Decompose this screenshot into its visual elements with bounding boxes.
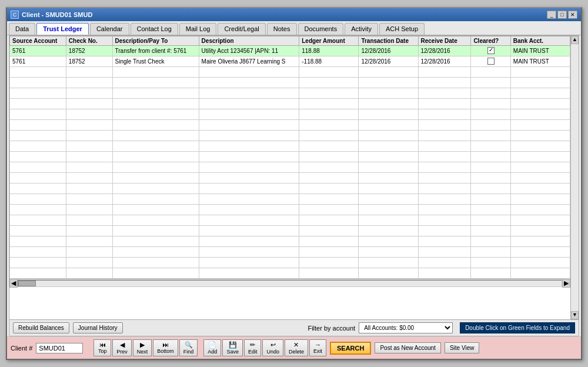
nav-prev-label: Prev [116, 349, 128, 355]
cell-check: 18752 [66, 56, 112, 67]
delete-button[interactable]: ✕ Delete [285, 339, 308, 356]
table-row-empty [10, 258, 570, 268]
status-bar: Client # ⏮ Top ◀ Prev ▶ Next ⏭ Bottom 🔍 … [7, 336, 581, 359]
nav-prev-button[interactable]: ◀ Prev [112, 339, 132, 356]
site-view-button[interactable]: Site View [445, 342, 480, 353]
save-button[interactable]: 💾 Save [222, 339, 243, 356]
cell-check: 18752 [66, 46, 112, 56]
maximize-button[interactable]: □ [557, 11, 567, 19]
edit-icon: ✏ [250, 341, 255, 349]
add-icon: 📄 [208, 341, 216, 349]
table-row-empty [10, 226, 570, 236]
tab-credit-legal[interactable]: Credit/Legal [218, 23, 265, 35]
tab-calendar[interactable]: Calendar [90, 23, 129, 35]
ledger-table: Source Account Check No. Description/Pay… [9, 36, 570, 279]
cell-bank: MAIN TRUST [510, 46, 570, 56]
table-row-empty [10, 152, 570, 162]
table-row-empty [10, 109, 570, 120]
cell-source: 5761 [10, 56, 66, 67]
edit-button[interactable]: ✏ Edit [244, 339, 262, 356]
cell-recv-date: 12/28/2016 [418, 56, 471, 67]
action-buttons: 📄 Add 💾 Save ✏ Edit ↩ Undo ✕ Delete → Ex [203, 339, 326, 356]
title-bar-controls: _ □ ✕ [547, 11, 577, 19]
hscroll-right-button[interactable]: ▶ [562, 279, 570, 288]
delete-label: Delete [289, 349, 304, 355]
table-row-empty [10, 67, 570, 78]
col-header-cleared: Cleared? [471, 36, 510, 46]
horizontal-scrollbar[interactable]: ◀ ▶ [9, 279, 570, 287]
nav-bottom-button[interactable]: ⏭ Bottom [153, 339, 178, 356]
table-row-empty [10, 247, 570, 258]
vscroll-down-button[interactable]: ▼ [571, 311, 579, 319]
find-icon: 🔍 [185, 341, 193, 349]
save-label: Save [226, 349, 239, 355]
table-row-empty [10, 184, 570, 194]
add-button[interactable]: 📄 Add [203, 339, 221, 356]
table-row-empty [10, 78, 570, 88]
tab-mail-log[interactable]: Mail Log [179, 23, 217, 35]
vscroll-track[interactable] [571, 44, 579, 311]
col-header-trans-date: Transaction Date [359, 36, 418, 46]
table-row-empty [10, 205, 570, 215]
search-button[interactable]: SEARCH [330, 342, 371, 355]
tab-contact-log[interactable]: Contact Log [131, 23, 178, 35]
add-label: Add [208, 349, 217, 355]
vscroll-up-button[interactable]: ▲ [571, 36, 579, 44]
hscroll-thumb[interactable] [18, 281, 36, 286]
next-icon: ▶ [140, 341, 145, 349]
col-header-source: Source Account [10, 36, 66, 46]
tab-activity[interactable]: Activity [345, 23, 378, 35]
col-header-bank: Bank Acct. [510, 36, 570, 46]
table-row-empty [10, 120, 570, 131]
cell-desc-pay: Transfer from client #: 5761 [112, 46, 199, 56]
bottom-controls: Rebuild Balances Journal History Filter … [9, 319, 579, 336]
post-as-new-account-button[interactable]: Post as New Account [375, 342, 441, 353]
client-input[interactable] [36, 343, 83, 353]
nav-find-label: Find [183, 349, 194, 355]
cell-ledger: -118.88 [299, 56, 359, 67]
nav-bottom-label: Bottom [157, 348, 174, 354]
save-icon: 💾 [229, 341, 237, 349]
tab-ach-setup[interactable]: ACH Setup [379, 23, 425, 35]
table-row-empty [10, 99, 570, 109]
tab-notes[interactable]: Notes [267, 23, 297, 35]
hscroll-track[interactable] [18, 280, 562, 287]
tab-documents[interactable]: Documents [298, 23, 344, 35]
close-button[interactable]: ✕ [568, 11, 577, 19]
vertical-scrollbar[interactable]: ▲ ▼ [570, 36, 579, 319]
col-header-description: Description [199, 36, 299, 46]
table-row[interactable]: 5761 18752 Transfer from client #: 5761 … [10, 46, 570, 56]
nav-top-label: Top [98, 348, 107, 354]
cell-trans-date: 12/28/2016 [359, 56, 418, 67]
exit-icon: → [315, 341, 321, 348]
filter-label: Filter by account [308, 325, 355, 332]
cell-cleared [471, 56, 510, 67]
hscroll-left-button[interactable]: ◀ [9, 279, 18, 288]
edit-label: Edit [248, 349, 258, 355]
table-header-row: Source Account Check No. Description/Pay… [10, 36, 570, 46]
rebuild-balances-button[interactable]: Rebuild Balances [13, 322, 69, 333]
exit-button[interactable]: → Exit [309, 339, 326, 356]
nav-top-button[interactable]: ⏮ Top [93, 339, 111, 356]
nav-next-button[interactable]: ▶ Next [133, 339, 152, 356]
undo-button[interactable]: ↩ Undo [262, 339, 283, 356]
table-area: Source Account Check No. Description/Pay… [9, 36, 579, 319]
main-content: Source Account Check No. Description/Pay… [9, 35, 579, 336]
table-row[interactable]: 5761 18752 Single Trust Check Maire Oliv… [10, 56, 570, 67]
cell-description: Maire Oliveria J8677 Learning S [199, 56, 299, 67]
tab-data[interactable]: Data [9, 23, 35, 35]
nav-find-button[interactable]: 🔍 Find [179, 339, 198, 356]
filter-select[interactable]: All Accounts: $0.00 [359, 322, 453, 333]
tab-trust-ledger[interactable]: Trust Ledger [36, 23, 89, 35]
minimize-button[interactable]: _ [547, 11, 556, 19]
undo-icon: ↩ [270, 341, 276, 349]
cell-ledger: 118.88 [299, 46, 359, 56]
client-label: Client # [11, 345, 32, 352]
cell-cleared [471, 46, 510, 56]
journal-history-button[interactable]: Journal History [73, 322, 123, 333]
prev-icon: ◀ [120, 341, 125, 349]
col-header-desc-pay: Description/Pay To [112, 36, 199, 46]
table-row-empty [10, 268, 570, 279]
cell-trans-date: 12/28/2016 [359, 46, 418, 56]
table-row-empty [10, 162, 570, 173]
